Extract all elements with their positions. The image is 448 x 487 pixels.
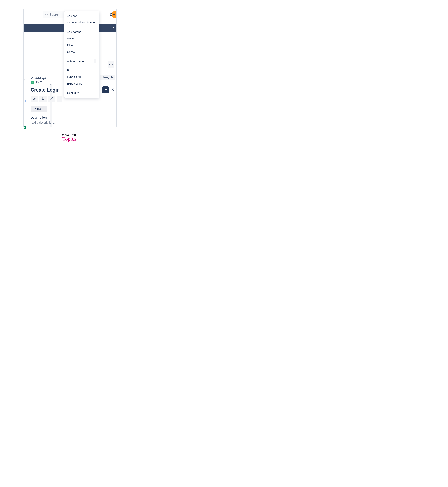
left-peek-green: 0 bbox=[24, 126, 26, 129]
svg-rect-3 bbox=[42, 99, 43, 100]
left-peek-bar: I I bbox=[24, 92, 26, 95]
svg-point-0 bbox=[46, 13, 48, 15]
dd-configure[interactable]: Configure bbox=[64, 90, 99, 96]
dd-print[interactable]: Print bbox=[64, 67, 99, 74]
issue-key[interactable]: EX-7 bbox=[35, 81, 42, 84]
svg-rect-4 bbox=[43, 99, 44, 100]
dd-delete[interactable]: Delete bbox=[64, 48, 99, 55]
dd-add-flag[interactable]: Add flag bbox=[64, 13, 99, 19]
actions-dropdown: Add flag Connect Slack channel Add paren… bbox=[64, 11, 99, 98]
dd-actions-menu[interactable]: Actions menu . bbox=[64, 58, 99, 64]
left-peek-oi: oI bbox=[24, 100, 26, 103]
pencil-icon bbox=[31, 77, 33, 80]
svg-line-1 bbox=[47, 15, 48, 16]
add-epic-link[interactable]: Add epic bbox=[35, 77, 48, 80]
search-icon bbox=[45, 13, 48, 17]
link-button[interactable] bbox=[48, 96, 55, 102]
attach-button[interactable] bbox=[31, 96, 38, 102]
child-issue-button[interactable] bbox=[40, 96, 47, 102]
board-more-button[interactable]: ••• bbox=[108, 61, 114, 68]
dd-clone[interactable]: Clone bbox=[64, 42, 99, 48]
description-label: Description bbox=[31, 116, 116, 119]
dd-add-parent[interactable]: Add parent bbox=[64, 29, 99, 35]
dd-connect-slack[interactable]: Connect Slack channel bbox=[64, 19, 99, 26]
kbd-hint: . bbox=[94, 59, 96, 63]
dd-export-word[interactable]: Export Word bbox=[64, 80, 99, 87]
chevron-down-icon bbox=[42, 107, 45, 111]
brand-logo: SCALER Topics bbox=[62, 133, 76, 142]
description-placeholder[interactable]: Add a description... bbox=[31, 121, 116, 124]
dd-move[interactable]: Move bbox=[64, 35, 99, 42]
issue-type-icon bbox=[31, 81, 34, 84]
search-placeholder: Search bbox=[49, 13, 60, 17]
dd-export-xml[interactable]: Export XML bbox=[64, 74, 99, 80]
left-peek-p: p bbox=[24, 78, 26, 82]
banner-close-icon[interactable]: ✕ bbox=[112, 26, 114, 29]
svg-rect-2 bbox=[43, 98, 43, 98]
status-dropdown[interactable]: To Do bbox=[31, 106, 47, 112]
toolbar-more-button[interactable]: •• bbox=[57, 96, 62, 102]
